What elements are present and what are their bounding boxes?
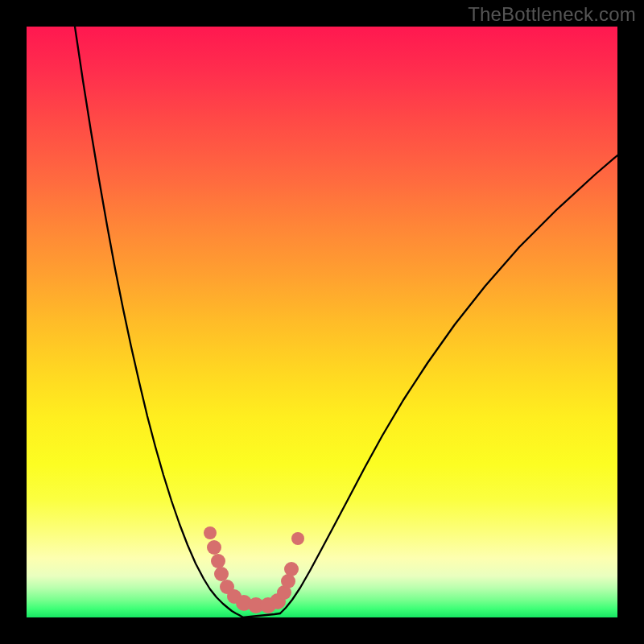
marker-dot [214,567,229,581]
curve-svg [27,27,617,617]
watermark-text: TheBottleneck.com [468,3,636,26]
curve-left [75,27,243,617]
marker-dot [207,540,221,555]
marker-dot [204,526,217,539]
marker-dot [211,554,225,568]
marker-dot [284,562,299,576]
plot-area [27,27,617,617]
curve-right [280,155,617,613]
marker-dot [291,532,304,545]
chart-frame: TheBottleneck.com [0,0,644,644]
curve-floor [243,613,280,617]
